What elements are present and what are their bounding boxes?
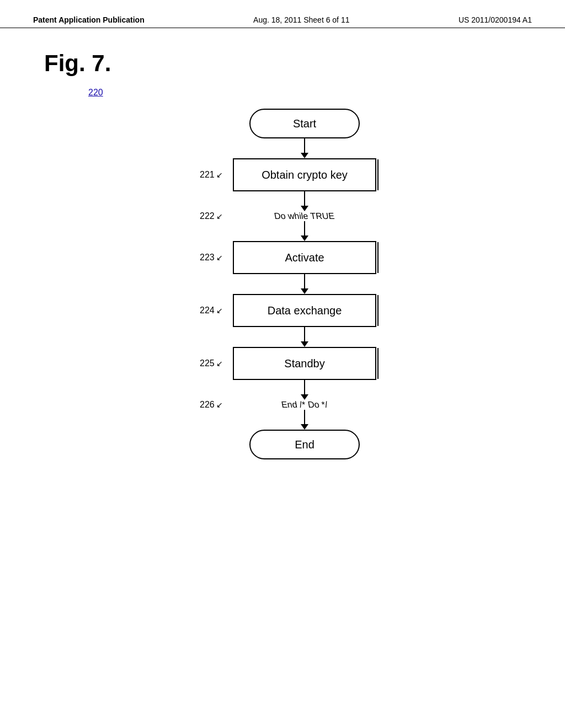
- start-node: Start: [249, 109, 360, 138]
- squiggle-222: ↙: [216, 212, 223, 221]
- node-221: Obtain crypto key: [233, 158, 376, 191]
- step-226-label: 226 ↙: [200, 400, 223, 410]
- fig-title: Fig. 7.: [0, 28, 565, 77]
- end-node: End: [249, 430, 360, 459]
- squiggle-224: ↙: [216, 306, 223, 315]
- arrow-2: [301, 191, 308, 211]
- step-221-row: 221 ↙ Obtain crypto key: [167, 158, 443, 191]
- arrow-line: [304, 191, 305, 206]
- header-center: Aug. 18, 2011 Sheet 6 of 11: [253, 15, 349, 24]
- node-222: Do while TRUE: [274, 211, 334, 221]
- node-226: End /* Do */: [281, 400, 328, 410]
- node-225: Standby: [233, 347, 376, 380]
- step-222-row: 222 ↙ Do while TRUE: [167, 211, 443, 221]
- page-header: Patent Application Publication Aug. 18, …: [0, 0, 565, 28]
- arrow-line: [304, 221, 305, 235]
- step-225-label: 225 ↙: [200, 358, 223, 368]
- arrow-head: [301, 288, 308, 294]
- arrow-line: [304, 380, 305, 394]
- flowchart-wrapper: Start 221 ↙ Obtain crypto key 222: [167, 109, 443, 459]
- node-223: Activate: [233, 241, 376, 274]
- arrow-line: [304, 327, 305, 341]
- arrow-4: [301, 274, 308, 294]
- arrow-line: [304, 274, 305, 288]
- arrow-3: [301, 221, 308, 241]
- header-left: Patent Application Publication: [33, 15, 145, 24]
- step-226-row: 226 ↙ End /* Do */: [167, 400, 443, 410]
- arrow-line: [304, 410, 305, 424]
- header-right: US 2011/0200194 A1: [459, 15, 532, 24]
- step-225-row: 225 ↙ Standby: [167, 347, 443, 380]
- arrow-head: [301, 341, 308, 347]
- step-222-label: 222 ↙: [200, 211, 223, 221]
- step-224-row: 224 ↙ Data exchange: [167, 294, 443, 327]
- node-224: Data exchange: [233, 294, 376, 327]
- flowchart-diagram: Start 221 ↙ Obtain crypto key 222: [0, 109, 565, 493]
- arrow-head: [301, 153, 308, 158]
- start-row: Start: [167, 109, 443, 138]
- squiggle-223: ↙: [216, 253, 223, 262]
- squiggle-221: ↙: [216, 170, 223, 179]
- step-221-label: 221 ↙: [200, 170, 223, 180]
- arrow-head: [301, 424, 308, 430]
- arrow-head: [301, 235, 308, 241]
- squiggle-225: ↙: [216, 359, 223, 368]
- arrow-1: [301, 138, 308, 158]
- step-223-label: 223 ↙: [200, 253, 223, 263]
- arrow-head: [301, 206, 308, 211]
- squiggle-226: ↙: [216, 400, 223, 409]
- arrow-5: [301, 327, 308, 347]
- diagram-ref: 220: [0, 77, 565, 103]
- arrow-line: [304, 138, 305, 153]
- arrow-head: [301, 394, 308, 400]
- arrow-6: [301, 380, 308, 400]
- arrow-7: [301, 410, 308, 430]
- step-223-row: 223 ↙ Activate: [167, 241, 443, 274]
- end-row: End: [167, 430, 443, 459]
- step-224-label: 224 ↙: [200, 306, 223, 315]
